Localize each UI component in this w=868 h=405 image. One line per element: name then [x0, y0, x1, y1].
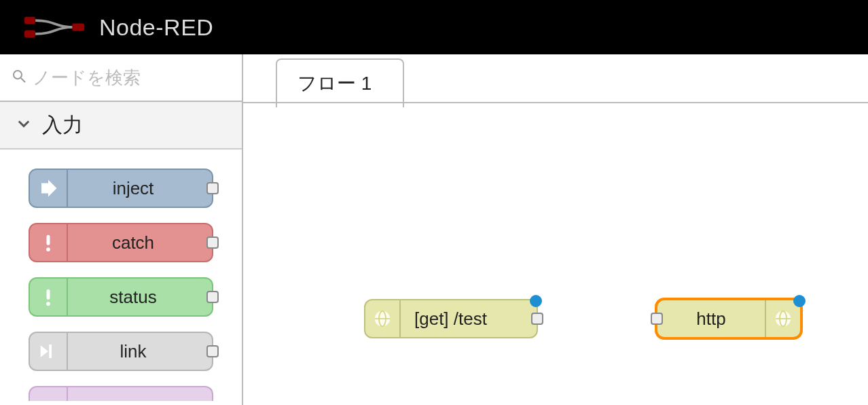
- changed-indicator-icon: [793, 295, 806, 307]
- node-output-port[interactable]: [206, 291, 219, 303]
- alert-icon: [30, 279, 68, 315]
- flow-tab[interactable]: フロー 1: [276, 58, 404, 107]
- palette-search-input[interactable]: [33, 67, 253, 88]
- node-icon: [30, 387, 68, 401]
- canvas-node-label: [get] /test: [401, 309, 537, 330]
- svg-line-4: [21, 78, 25, 82]
- palette-node-partial[interactable]: [29, 386, 213, 401]
- search-icon: [12, 69, 26, 86]
- palette-node-status[interactable]: status: [29, 277, 213, 317]
- svg-point-8: [46, 302, 50, 306]
- palette-node-inject[interactable]: inject: [29, 169, 213, 208]
- palette-node-label: inject: [68, 178, 212, 199]
- node-red-logo-icon: [24, 14, 86, 41]
- node-output-port[interactable]: [531, 313, 543, 325]
- svg-rect-9: [49, 345, 52, 358]
- link-in-icon: [30, 333, 68, 370]
- canvas-node-http-response[interactable]: http: [656, 299, 801, 338]
- app-header: Node-RED: [0, 0, 868, 54]
- node-output-port[interactable]: [206, 236, 219, 249]
- node-input-port[interactable]: [651, 313, 663, 325]
- inject-icon: [30, 170, 68, 207]
- svg-rect-2: [72, 24, 84, 31]
- changed-indicator-icon: [530, 295, 542, 307]
- chevron-down-icon: [18, 118, 30, 133]
- svg-point-3: [14, 71, 22, 79]
- svg-rect-1: [24, 31, 35, 38]
- tab-strip: [243, 102, 868, 103]
- palette-node-link[interactable]: link: [29, 332, 213, 371]
- palette-node-catch[interactable]: catch: [29, 223, 213, 262]
- node-output-port[interactable]: [206, 345, 219, 357]
- globe-icon: [765, 300, 800, 337]
- node-output-port[interactable]: [206, 182, 219, 194]
- svg-rect-0: [24, 17, 35, 24]
- canvas-node-label: http: [657, 309, 765, 330]
- globe-icon: [365, 300, 401, 337]
- palette-node-label: link: [68, 341, 212, 362]
- alert-icon: [30, 224, 68, 261]
- palette-category-label: 入力: [42, 111, 83, 139]
- svg-point-6: [46, 247, 50, 251]
- palette-sidebar: 入力 inject catch status: [0, 54, 243, 405]
- flow-workspace[interactable]: フロー 1 [get] /test http: [243, 54, 868, 405]
- palette-node-label: status: [68, 287, 212, 308]
- palette-category-input[interactable]: 入力: [0, 102, 242, 149]
- palette-search-row: [0, 54, 242, 102]
- svg-rect-7: [47, 289, 50, 300]
- app-title: Node-RED: [99, 14, 213, 41]
- svg-rect-5: [47, 235, 50, 245]
- canvas-node-http-in[interactable]: [get] /test: [364, 299, 538, 338]
- palette-node-label: catch: [68, 232, 212, 253]
